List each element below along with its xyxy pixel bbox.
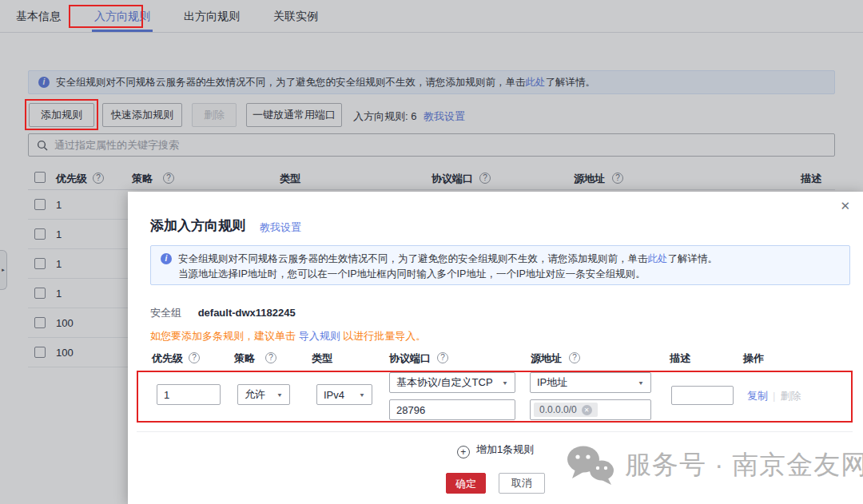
- form-col-source: 源地址: [531, 351, 562, 366]
- chevron-down-icon: ▼: [276, 391, 283, 398]
- security-group-label: 安全组: [150, 307, 181, 319]
- dialog-info-banner: i 安全组规则对不同规格云服务器的生效情况不同，为了避免您的安全组规则不生效，请…: [150, 245, 850, 285]
- priority-input[interactable]: [157, 384, 221, 405]
- delete-link: 删除: [780, 390, 801, 402]
- row-divider: [137, 431, 853, 432]
- type-select[interactable]: IPv4▼: [316, 384, 372, 405]
- form-col-policy: 策略: [234, 351, 255, 366]
- add-inbound-rule-dialog: ✕ 添加入方向规则 教我设置 i 安全组规则对不同规格云服务器的生效情况不同，为…: [128, 192, 863, 504]
- form-col-description: 描述: [670, 351, 690, 366]
- chevron-down-icon: ▼: [638, 379, 644, 386]
- chevron-down-icon: ▼: [359, 391, 365, 398]
- import-rules-link[interactable]: 导入规则: [299, 330, 340, 342]
- copy-link[interactable]: 复制: [747, 390, 768, 402]
- dialog-info-text: 安全组规则对不同规格云服务器的生效情况不同，为了避免您的安全组规则不生效，请您添…: [178, 252, 718, 284]
- security-group-row: 安全组 default-dwx1182245: [150, 306, 296, 320]
- source-type-select[interactable]: IP地址▼: [530, 372, 651, 393]
- help-icon: ?: [189, 351, 200, 363]
- form-col-priority: 优先级: [152, 351, 183, 366]
- remove-tag-icon[interactable]: ✕: [582, 405, 592, 415]
- policy-select[interactable]: 允许▼: [237, 384, 290, 405]
- here-link[interactable]: 此处: [648, 253, 668, 264]
- info-icon: i: [161, 253, 172, 264]
- dialog-teach-me-link[interactable]: 教我设置: [260, 220, 301, 235]
- protocol-select[interactable]: 基本协议/自定义TCP▼: [389, 372, 515, 393]
- plus-icon: +: [457, 446, 470, 458]
- security-group-value: default-dwx1182245: [198, 307, 296, 319]
- form-col-operation: 操作: [743, 351, 764, 366]
- chevron-down-icon: ▼: [502, 379, 508, 386]
- batch-import-tip: 如您要添加多条规则，建议单击 导入规则 以进行批量导入。: [150, 329, 426, 343]
- help-icon: ?: [437, 351, 448, 363]
- form-col-type: 类型: [312, 351, 332, 366]
- form-col-protocol: 协议端口: [389, 351, 431, 366]
- close-icon[interactable]: ✕: [840, 200, 850, 212]
- ip-tag: 0.0.0.0/0 ✕: [534, 403, 598, 417]
- help-icon: ?: [265, 351, 276, 363]
- dialog-title: 添加入方向规则: [150, 216, 245, 235]
- ok-button[interactable]: 确定: [446, 473, 486, 494]
- cancel-button[interactable]: 取消: [499, 473, 545, 494]
- add-one-rule-button[interactable]: +增加1条规则: [128, 442, 863, 458]
- row-operations: 复制|删除: [747, 389, 801, 403]
- help-icon: ?: [569, 351, 580, 363]
- source-ip-input[interactable]: 0.0.0.0/0 ✕: [530, 399, 651, 420]
- port-input[interactable]: [389, 399, 515, 420]
- description-input[interactable]: [671, 386, 734, 405]
